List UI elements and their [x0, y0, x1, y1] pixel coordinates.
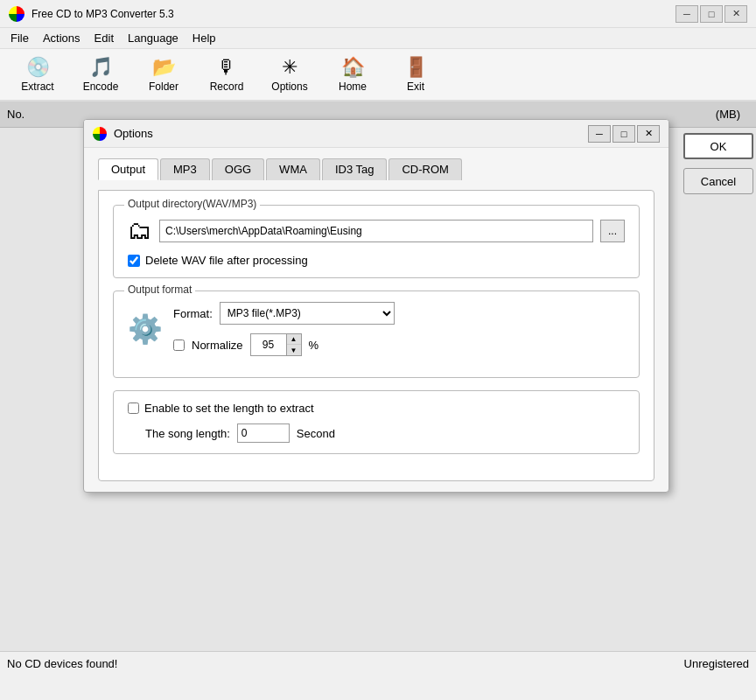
main-content: No. (MB) Options ─ □ ✕: [0, 102, 756, 676]
menu-actions[interactable]: Actions: [36, 30, 88, 46]
format-select[interactable]: MP3 file(*.MP3) OGG file(*.OGG) WMA file…: [220, 302, 395, 325]
delete-wav-row: Delete WAV file after processing: [128, 254, 625, 267]
status-bar: No CD devices found! Unregistered: [0, 651, 756, 676]
format-icon: ⚙️: [128, 312, 163, 346]
toolbar-exit[interactable]: 🚪 Exit: [385, 52, 446, 97]
tab-wma[interactable]: WMA: [266, 158, 320, 180]
encode-icon: 🎵: [87, 56, 115, 79]
extract-label: Extract: [21, 80, 53, 93]
title-bar-controls: ─ □ ✕: [676, 5, 747, 23]
spinbox-buttons: ▲ ▼: [286, 334, 301, 355]
browse-button[interactable]: ...: [600, 220, 625, 242]
dialog-title: Options: [114, 127, 588, 140]
dialog-overlay: Options ─ □ ✕ Output MP3 OGG WMA: [0, 102, 756, 676]
dialog-close[interactable]: ✕: [637, 125, 660, 143]
exit-label: Exit: [407, 80, 424, 93]
format-select-row: Format: MP3 file(*.MP3) OGG file(*.OGG) …: [173, 302, 395, 325]
normalize-row: Normalize ▲ ▼ %: [173, 333, 395, 356]
exit-icon: 🚪: [402, 56, 430, 79]
menu-language[interactable]: Language: [121, 30, 186, 46]
extract-section: Enable to set the length to extract The …: [113, 390, 640, 454]
dialog-maximize[interactable]: □: [612, 125, 635, 143]
menu-help[interactable]: Help: [186, 30, 223, 46]
format-controls: Format: MP3 file(*.MP3) OGG file(*.OGG) …: [173, 302, 395, 356]
dir-row: 🗂 ...: [128, 216, 625, 245]
menu-bar: File Actions Edit Language Help: [0, 28, 756, 49]
toolbar-record[interactable]: 🎙 Record: [196, 52, 257, 97]
toolbar-home[interactable]: 🏠 Home: [322, 52, 383, 97]
format-label: Format:: [173, 307, 213, 320]
toolbar-encode[interactable]: 🎵 Encode: [70, 52, 131, 97]
menu-file[interactable]: File: [4, 30, 36, 46]
home-icon: 🏠: [339, 56, 367, 79]
options-label: Options: [271, 80, 307, 93]
extract-icon: 💿: [24, 56, 52, 79]
delete-wav-checkbox[interactable]: [128, 255, 140, 267]
tab-mp3[interactable]: MP3: [160, 158, 210, 180]
dir-icon: 🗂: [128, 216, 152, 245]
dialog-wrapper: Options ─ □ ✕ Output MP3 OGG WMA: [83, 119, 753, 493]
extract-enable-row: Enable to set the length to extract: [128, 402, 625, 415]
dialog-body: Output MP3 OGG WMA ID3 Tag CD-ROM Output…: [84, 148, 668, 492]
enable-extract-checkbox[interactable]: [128, 402, 139, 414]
folder-label: Folder: [149, 80, 178, 93]
close-button[interactable]: ✕: [724, 5, 747, 23]
status-right: Unregistered: [684, 657, 749, 670]
encode-label: Encode: [83, 80, 119, 93]
output-directory-label: Output directory(WAV/MP3): [124, 198, 260, 210]
toolbar: 💿 Extract 🎵 Encode 📂 Folder 🎙 Record ✳ O…: [0, 49, 756, 102]
spinbox-up[interactable]: ▲: [287, 334, 301, 345]
normalize-value-input[interactable]: [251, 334, 286, 355]
record-icon: 🎙: [213, 56, 241, 79]
song-length-label: The song length:: [145, 427, 230, 440]
dialog-controls: ─ □ ✕: [588, 125, 660, 143]
output-directory-section: Output directory(WAV/MP3) 🗂 ... Delete W…: [113, 205, 640, 278]
status-left: No CD devices found!: [7, 657, 117, 670]
minimize-button[interactable]: ─: [676, 5, 698, 23]
format-row: ⚙️ Format: MP3 file(*.MP3) OGG file(*.OG…: [128, 302, 625, 356]
dir-path-input[interactable]: [159, 220, 593, 242]
tab-ogg[interactable]: OGG: [212, 158, 264, 180]
normalize-unit: %: [309, 339, 319, 352]
normalize-label: Normalize: [192, 339, 243, 352]
tab-id3tag[interactable]: ID3 Tag: [322, 158, 388, 180]
app-title: Free CD to MP3 Converter 5.3: [32, 8, 676, 20]
song-length-unit: Second: [297, 427, 335, 440]
ok-button[interactable]: OK: [683, 133, 753, 159]
tab-cdrom[interactable]: CD-ROM: [388, 158, 461, 180]
dialog-icon: [93, 127, 107, 141]
dialog-title-bar: Options ─ □ ✕: [84, 120, 668, 148]
normalize-spinbox: ▲ ▼: [250, 333, 302, 356]
output-format-section: Output format ⚙️ Format: MP3 file(*.MP3)…: [113, 290, 640, 378]
tab-content-output: Output directory(WAV/MP3) 🗂 ... Delete W…: [98, 190, 654, 481]
options-dialog: Options ─ □ ✕ Output MP3 OGG WMA: [83, 119, 669, 493]
toolbar-folder[interactable]: 📂 Folder: [133, 52, 194, 97]
dialog-action-buttons: OK Cancel: [669, 119, 753, 493]
title-bar: Free CD to MP3 Converter 5.3 ─ □ ✕: [0, 0, 756, 28]
toolbar-options[interactable]: ✳ Options: [259, 52, 320, 97]
output-format-label: Output format: [124, 284, 195, 296]
folder-icon: 📂: [150, 56, 178, 79]
dialog-minimize[interactable]: ─: [588, 125, 611, 143]
app-icon: [9, 6, 24, 22]
song-length-input[interactable]: [237, 424, 290, 443]
record-label: Record: [210, 80, 244, 93]
spinbox-down[interactable]: ▼: [287, 345, 301, 355]
maximize-button[interactable]: □: [700, 5, 723, 23]
tab-bar: Output MP3 OGG WMA ID3 Tag CD-ROM: [98, 158, 654, 180]
tab-output[interactable]: Output: [98, 158, 158, 180]
song-length-row: The song length: Second: [128, 424, 625, 443]
cancel-button[interactable]: Cancel: [683, 168, 753, 194]
options-icon: ✳: [276, 56, 304, 79]
delete-wav-label: Delete WAV file after processing: [145, 254, 308, 267]
enable-extract-label: Enable to set the length to extract: [144, 402, 314, 415]
menu-edit[interactable]: Edit: [88, 30, 121, 46]
normalize-checkbox[interactable]: [173, 340, 185, 351]
toolbar-extract[interactable]: 💿 Extract: [7, 52, 68, 97]
home-label: Home: [339, 80, 367, 93]
